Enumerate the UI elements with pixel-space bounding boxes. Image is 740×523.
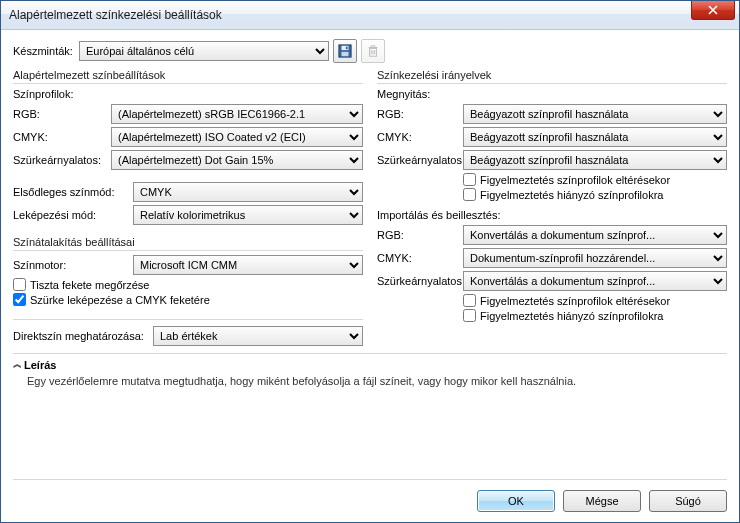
open-warn-mismatch-label: Figyelmeztetés színprofilok eltérésekor bbox=[480, 174, 670, 186]
left-column: Alapértelmezett színbeállítások Színprof… bbox=[13, 69, 363, 349]
help-button[interactable]: Súgó bbox=[649, 490, 727, 512]
imp-gray-row: Szürkeárnyalatos: Konvertálás a dokument… bbox=[377, 271, 727, 291]
preserve-black-input[interactable] bbox=[13, 278, 26, 291]
open-gray-row: Szürkeárnyalatos: Beágyazott színprofil … bbox=[377, 150, 727, 170]
chevron-up-icon: ︽ bbox=[13, 358, 20, 371]
rgb-label: RGB: bbox=[377, 229, 463, 241]
imp-warn-missing-label: Figyelmeztetés hiányzó színprofilokra bbox=[480, 310, 663, 322]
group-default-color-settings: Alapértelmezett színbeállítások Színprof… bbox=[13, 69, 363, 228]
imp-cmyk-combo[interactable]: Dokumentum-színprofil hozzárendel... bbox=[463, 248, 727, 268]
group-color-conversion: Színátalakítás beállításai Színmotor: Mi… bbox=[13, 236, 363, 308]
cmyk-label: CMYK: bbox=[377, 131, 463, 143]
render-label: Leképezési mód: bbox=[13, 209, 133, 221]
primary-mode-combo[interactable]: CMYK bbox=[133, 182, 363, 202]
imp-warn-mismatch-label: Figyelmeztetés színprofilok eltérésekor bbox=[480, 295, 670, 307]
render-intent-row: Leképezési mód: Relatív kolorimetrikus bbox=[13, 205, 363, 225]
map-gray-check[interactable]: Szürke leképezése a CMYK feketére bbox=[13, 293, 363, 306]
cmyk-label: CMYK: bbox=[13, 131, 111, 143]
svg-rect-2 bbox=[341, 52, 348, 56]
imp-gray-combo[interactable]: Konvertálás a dokumentum színprof... bbox=[463, 271, 727, 291]
gray-label: Szürkeárnyalatos: bbox=[377, 275, 463, 287]
rgb-profile-row: RGB: (Alapértelmezett) sRGB IEC61966-2.1 bbox=[13, 104, 363, 124]
cmyk-profile-combo[interactable]: (Alapértelmezett) ISO Coated v2 (ECI) bbox=[111, 127, 363, 147]
ok-button[interactable]: OK bbox=[477, 490, 555, 512]
right-column: Színkezelési irányelvek Megnyitás: RGB: … bbox=[377, 69, 727, 349]
delete-preset-button bbox=[361, 39, 385, 63]
imp-warn-mismatch-input[interactable] bbox=[463, 294, 476, 307]
group-title: Színátalakítás beállításai bbox=[13, 236, 363, 251]
group-title: Alapértelmezett színbeállítások bbox=[13, 69, 363, 84]
import-head: Importálás és beillesztés: bbox=[377, 209, 727, 221]
group-policies: Színkezelési irányelvek Megnyitás: RGB: … bbox=[377, 69, 727, 324]
open-rgb-row: RGB: Beágyazott színprofil használata bbox=[377, 104, 727, 124]
imp-warn-mismatch-check[interactable]: Figyelmeztetés színprofilok eltérésekor bbox=[463, 294, 727, 307]
imp-warn-missing-check[interactable]: Figyelmeztetés hiányzó színprofilokra bbox=[463, 309, 727, 322]
preset-combo[interactable]: Európai általános célú bbox=[79, 41, 329, 61]
dialog-window: Alapértelmezett színkezelési beállítások… bbox=[0, 0, 740, 523]
spot-combo[interactable]: Lab értékek bbox=[153, 326, 363, 346]
gray-label: Szürkeárnyalatos: bbox=[13, 154, 111, 166]
rgb-label: RGB: bbox=[377, 108, 463, 120]
close-button[interactable] bbox=[691, 1, 735, 20]
rgb-label: RGB: bbox=[13, 108, 111, 120]
imp-rgb-combo[interactable]: Konvertálás a dokumentum színprof... bbox=[463, 225, 727, 245]
close-icon bbox=[708, 5, 718, 15]
spot-row: Direktszín meghatározása: Lab értékek bbox=[13, 319, 363, 346]
window-title: Alapértelmezett színkezelési beállítások bbox=[1, 8, 222, 22]
profiles-head: Színprofilok: bbox=[13, 88, 363, 100]
map-gray-input[interactable] bbox=[13, 293, 26, 306]
cmyk-label: CMYK: bbox=[377, 252, 463, 264]
imp-cmyk-row: CMYK: Dokumentum-színprofil hozzárendel.… bbox=[377, 248, 727, 268]
titlebar: Alapértelmezett színkezelési beállítások bbox=[1, 1, 739, 30]
cancel-button[interactable]: Mégse bbox=[563, 490, 641, 512]
primary-mode-row: Elsődleges színmód: CMYK bbox=[13, 182, 363, 202]
button-bar: OK Mégse Súgó bbox=[13, 479, 727, 512]
preset-label: Készminták: bbox=[13, 45, 73, 57]
engine-label: Színmotor: bbox=[13, 259, 133, 271]
save-preset-button[interactable] bbox=[333, 39, 357, 63]
preserve-black-label: Tiszta fekete megőrzése bbox=[30, 279, 149, 291]
gray-profile-row: Szürkeárnyalatos: (Alapértelmezett) Dot … bbox=[13, 150, 363, 170]
trash-icon bbox=[366, 44, 380, 58]
gray-label: Szürkeárnyalatos: bbox=[377, 154, 463, 166]
floppy-icon bbox=[338, 44, 352, 58]
map-gray-label: Szürke leképezése a CMYK feketére bbox=[30, 294, 210, 306]
description-title: Leírás bbox=[24, 359, 56, 371]
group-title: Színkezelési irányelvek bbox=[377, 69, 727, 84]
columns: Alapértelmezett színbeállítások Színprof… bbox=[13, 69, 727, 349]
open-gray-combo[interactable]: Beágyazott színprofil használata bbox=[463, 150, 727, 170]
description-text: Egy vezérlőelemre mutatva megtudhatja, h… bbox=[27, 375, 727, 387]
engine-row: Színmotor: Microsoft ICM CMM bbox=[13, 255, 363, 275]
open-cmyk-combo[interactable]: Beágyazott színprofil használata bbox=[463, 127, 727, 147]
svg-rect-3 bbox=[346, 47, 348, 50]
imp-warn-missing-input[interactable] bbox=[463, 309, 476, 322]
spot-label: Direktszín meghatározása: bbox=[13, 330, 153, 342]
description-header[interactable]: ︽ Leírás bbox=[13, 358, 727, 371]
open-head: Megnyitás: bbox=[377, 88, 727, 100]
rgb-profile-combo[interactable]: (Alapértelmezett) sRGB IEC61966-2.1 bbox=[111, 104, 363, 124]
open-warn-missing-input[interactable] bbox=[463, 188, 476, 201]
render-intent-combo[interactable]: Relatív kolorimetrikus bbox=[133, 205, 363, 225]
engine-combo[interactable]: Microsoft ICM CMM bbox=[133, 255, 363, 275]
preset-row: Készminták: Európai általános célú bbox=[13, 39, 727, 63]
dialog-content: Készminták: Európai általános célú Alapé… bbox=[1, 29, 739, 522]
open-warn-mismatch-check[interactable]: Figyelmeztetés színprofilok eltérésekor bbox=[463, 173, 727, 186]
primary-mode-label: Elsődleges színmód: bbox=[13, 186, 133, 198]
open-cmyk-row: CMYK: Beágyazott színprofil használata bbox=[377, 127, 727, 147]
open-warn-missing-check[interactable]: Figyelmeztetés hiányzó színprofilokra bbox=[463, 188, 727, 201]
gray-profile-combo[interactable]: (Alapértelmezett) Dot Gain 15% bbox=[111, 150, 363, 170]
imp-rgb-row: RGB: Konvertálás a dokumentum színprof..… bbox=[377, 225, 727, 245]
open-warn-missing-label: Figyelmeztetés hiányzó színprofilokra bbox=[480, 189, 663, 201]
preserve-black-check[interactable]: Tiszta fekete megőrzése bbox=[13, 278, 363, 291]
open-rgb-combo[interactable]: Beágyazott színprofil használata bbox=[463, 104, 727, 124]
cmyk-profile-row: CMYK: (Alapértelmezett) ISO Coated v2 (E… bbox=[13, 127, 363, 147]
open-warn-mismatch-input[interactable] bbox=[463, 173, 476, 186]
